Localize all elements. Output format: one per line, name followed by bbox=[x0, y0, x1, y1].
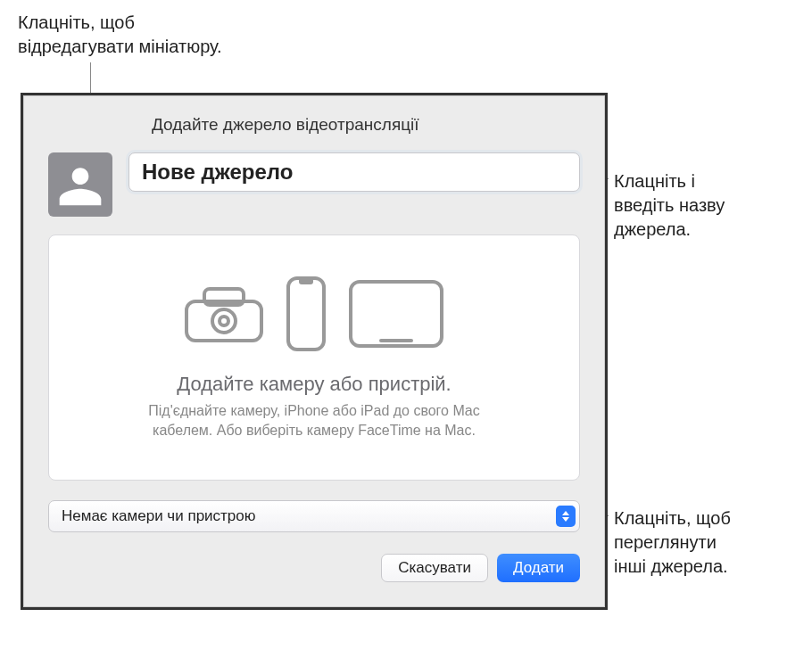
svg-rect-6 bbox=[351, 282, 442, 346]
camera-select-value: Немає камери чи пристрою bbox=[62, 507, 256, 525]
callout-view-sources: Клацніть, щоб переглянути інші джерела. bbox=[614, 506, 792, 579]
callout-enter-name: Клацніть і введіть назву джерела. bbox=[614, 169, 792, 242]
dialog-title: Додайте джерело відеотрансляції bbox=[152, 115, 580, 135]
svg-point-2 bbox=[212, 309, 236, 333]
person-silhouette-icon bbox=[55, 160, 105, 210]
svg-rect-4 bbox=[288, 278, 324, 350]
camera-select[interactable]: Немає камери чи пристрою bbox=[48, 500, 580, 532]
add-button[interactable]: Додати bbox=[497, 554, 580, 582]
preview-subtext: Під'єднайте камеру, iPhone або iPad до с… bbox=[118, 401, 510, 441]
chevrons-up-down-icon bbox=[556, 506, 576, 527]
callout-edit-thumbnail: Клацніть, щоб відредагувати мініатюру. bbox=[18, 11, 222, 59]
iphone-icon bbox=[285, 275, 327, 353]
thumbnail-button[interactable] bbox=[48, 152, 112, 217]
ipad-icon bbox=[347, 278, 445, 350]
preview-area: Додайте камеру або пристрій. Під'єднайте… bbox=[48, 234, 580, 481]
source-name-input[interactable] bbox=[128, 152, 580, 192]
svg-point-3 bbox=[220, 317, 228, 325]
preview-heading: Додайте камеру або пристрій. bbox=[177, 373, 451, 396]
add-source-dialog: Додайте джерело відеотрансляції bbox=[21, 93, 608, 610]
camera-icon bbox=[183, 284, 265, 344]
svg-rect-5 bbox=[299, 278, 313, 284]
cancel-button[interactable]: Скасувати bbox=[381, 554, 488, 582]
svg-rect-0 bbox=[186, 301, 261, 341]
